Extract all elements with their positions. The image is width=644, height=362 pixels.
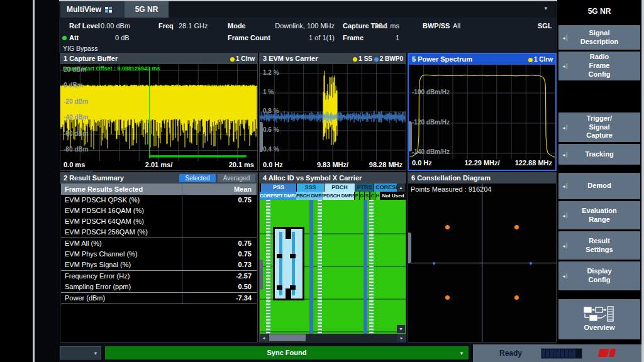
legend-p: P [355, 192, 359, 200]
y-label: 0.6 % [263, 126, 279, 133]
table-separator [61, 304, 257, 304]
scroll-left-button[interactable]: ◂ [260, 334, 268, 342]
scroll-up-button[interactable]: ▲ [397, 184, 405, 192]
softkey-evaluation-range[interactable]: ◄Evaluation Range [558, 201, 640, 229]
tab-5g-nr[interactable]: 5G NR [125, 1, 169, 18]
panel-capture-legend: 1 Clrw [230, 53, 255, 64]
points-measured-label: Points Measured : 916204 [408, 185, 491, 193]
constellation-point-small [433, 262, 435, 265]
softkey-label: Overview [584, 324, 615, 332]
softkey-result-settings[interactable]: ◄Result Settings [558, 231, 640, 260]
horizontal-scrollbar[interactable]: ◂ ▸ [260, 334, 406, 342]
alloc-grid [260, 200, 406, 334]
constellation-x-axis [408, 263, 556, 263]
softkey-label: Tracking [585, 150, 613, 159]
mode-label: Mode [228, 22, 246, 30]
summary-col-label: Frame Results Selected [65, 184, 143, 195]
panel-capture-buffer: 1 Capture Buffer 1 Clrw Frame Start Offs… [60, 53, 258, 171]
panel-splitter-handle[interactable] [408, 233, 411, 263]
constellation-point [514, 295, 519, 300]
tabbar-dropdown-icon[interactable]: ▼ [543, 6, 548, 11]
legend-pbch: PBCH [325, 184, 355, 192]
tab-selected[interactable]: Selected [179, 174, 216, 182]
softkey-radio-frame-config[interactable]: ◄Radio Frame Config [558, 52, 640, 80]
tab-averaged[interactable]: Averaged [218, 174, 255, 182]
dropdown-arrow-icon: ▼ [93, 351, 98, 356]
softkey-label: Trigger/ Signal Capture [586, 114, 613, 140]
att-value: 0 dB [115, 34, 130, 41]
frame-value: 1 [352, 34, 399, 41]
ssb-block [273, 227, 304, 300]
sync-status-bar[interactable]: Sync Found ▼ [105, 346, 469, 359]
table-row: Power (dBm)-7.34 [61, 293, 257, 304]
sidebar-app-header: 5G NR [557, 0, 641, 23]
status-dropdown[interactable]: ▼ [60, 346, 101, 359]
tab-bar: MultiView 5G NR ▼ [59, 1, 557, 18]
overview-flow-icon [584, 306, 615, 322]
softkey-display-config[interactable]: ◄Display Config [558, 261, 640, 290]
panel-alloc-title[interactable]: 4 Alloc ID vs Symbol X Carrier [260, 173, 406, 184]
table-row: Frequency Error (Hz)-2.57 [61, 271, 257, 282]
ssb-mark [286, 288, 291, 299]
trace1-dot [230, 57, 235, 62]
panel-splitter-handle[interactable] [260, 122, 263, 152]
att-status-led [62, 36, 67, 40]
scrollbar-thumb[interactable] [269, 334, 306, 341]
sync-status-label: Sync Found [105, 346, 469, 359]
alloc-gridline [260, 331, 406, 332]
legend-s: S [365, 192, 369, 200]
freq-value: 28.1 GHz [179, 22, 208, 30]
expand-marker-icon: ◄ [562, 151, 567, 157]
expand-marker-icon: ◄ [562, 212, 567, 218]
coreset-column [364, 200, 367, 334]
dmrs-stripe [318, 200, 322, 334]
expand-marker-icon: ◄ [562, 243, 567, 248]
softkey-trigger-signal-capture[interactable]: ◄Trigger/ Signal Capture [558, 112, 640, 142]
legend-d: D [360, 192, 364, 200]
y-label: 0 dBm [64, 82, 83, 89]
softkey-overview[interactable]: Overview [558, 299, 640, 339]
legend-ptrs: PTRS [355, 184, 374, 192]
capture-x-axis: 0.0 ms 2.01 ms/ 20.1 ms [60, 161, 257, 170]
expand-marker-icon: ◄ [562, 124, 567, 130]
panel-splitter-handle[interactable] [409, 121, 412, 151]
spectrum-x-axis: 0.0 Hz 12.29 MHz/ 122.88 MHz [409, 159, 555, 170]
x-right: 20.1 ms [229, 161, 254, 168]
panel-capture-title[interactable]: 1 Capture Buffer [60, 53, 257, 64]
capture-plot: Frame Start Offset : 9.088126943 ms 20 d… [60, 64, 257, 161]
x-mid: 2.01 ms/ [60, 161, 257, 168]
legend-pss: PSS [261, 184, 296, 192]
legend-c: C [370, 192, 375, 200]
bwp-ss-label: BWP/SS [423, 22, 450, 30]
att-label: Att [69, 34, 79, 41]
constellation-point [445, 225, 450, 229]
ssb-mark [290, 254, 296, 258]
legend-coreset-dmrs: CORESET DMRS [260, 192, 296, 200]
tab-multiview[interactable]: MultiView [60, 1, 125, 18]
panel-alloc-id: 4 Alloc ID vs Symbol X Carrier PSS SSS P… [259, 172, 406, 343]
x-right: 122.88 MHz [515, 159, 552, 167]
freq-label: Freq [158, 22, 174, 30]
y-label: -140 dBm/Hz [412, 148, 450, 155]
panel-constellation-title[interactable]: 6 Constellation Diagram [408, 173, 556, 184]
softkey-demod[interactable]: ◄Demod [558, 173, 640, 199]
evm-trace [260, 64, 406, 161]
constellation-point-small [530, 262, 532, 265]
bezel-right [641, 0, 644, 362]
softkey-tracking[interactable]: ◄Tracking [558, 144, 640, 165]
panel-splitter-handle[interactable] [260, 260, 263, 290]
scroll-right-button[interactable]: ▸ [397, 334, 406, 342]
scroll-down-button[interactable]: ▼ [397, 325, 405, 333]
panel-evm-legend: 1 SS 2 BWP0 [353, 53, 403, 64]
table-row: EVM PDSCH QPSK (%)0.75 [61, 195, 257, 206]
capture-waveform [60, 64, 257, 161]
legend-sss: SSS [297, 184, 324, 192]
constellation-point [445, 295, 450, 300]
trace1-dot [528, 58, 533, 62]
softkey-signal-description[interactable]: ◄Signal Description [558, 25, 640, 50]
coreset-column [309, 200, 313, 334]
panel-result-summary: 2 Result Summary Selected Averaged Frame… [60, 172, 258, 343]
expand-marker-icon: ◄ [562, 35, 567, 40]
sync-dropdown-icon: ▼ [459, 351, 464, 356]
ssb-mark [277, 285, 282, 290]
